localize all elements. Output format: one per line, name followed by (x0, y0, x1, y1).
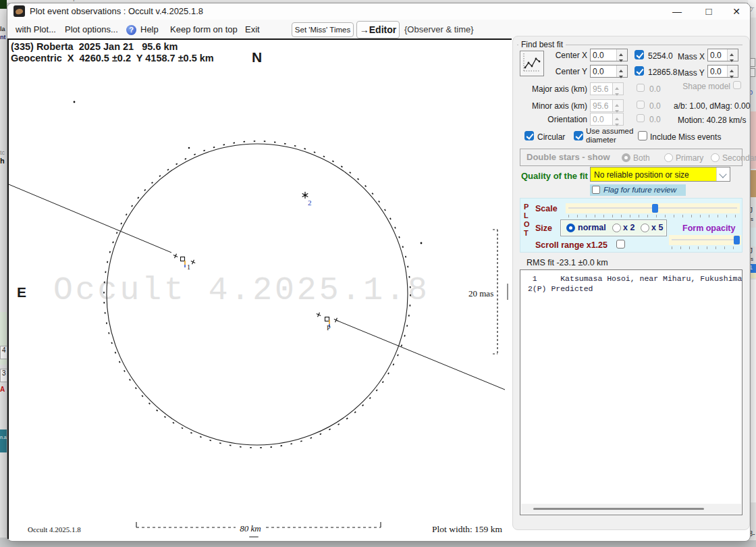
star-number-label: 2 (308, 199, 312, 207)
major-axis-label: Major axis (km) (520, 84, 587, 94)
orientation-fit-checkbox (637, 114, 645, 122)
find-best-fit-title: Find best fit (518, 40, 566, 49)
resize-grip[interactable] (249, 536, 259, 538)
form-opacity-label: Form opacity (682, 224, 736, 233)
title-bar[interactable]: Plot event observations : Occult v.4.202… (7, 3, 750, 20)
background-text: A (0, 386, 5, 393)
mass-y-value[interactable]: 0.0 (708, 66, 727, 77)
close-button[interactable]: ✕ (725, 4, 748, 19)
center-x-spinner[interactable] (616, 49, 627, 61)
double-stars-both-radio (622, 153, 630, 162)
center-x-input[interactable]: 0.0 (590, 49, 628, 61)
chord-2-label: P (327, 324, 331, 332)
size-x5-label: x 5 (651, 223, 663, 232)
size-normal-radio[interactable] (566, 224, 575, 232)
chord-1-markers (172, 253, 196, 267)
menu-with-plot[interactable]: with Plot... (16, 24, 56, 34)
horizontal-scrollbar[interactable] (521, 504, 741, 514)
major-fit-checkbox (637, 84, 645, 92)
find-best-fit-button[interactable] (520, 51, 544, 76)
use-assumed-line2: diameter (586, 136, 616, 144)
size-normal-label: normal (578, 223, 606, 232)
menu-help[interactable]: Help (140, 24, 159, 34)
quality-dropdown[interactable]: No reliable position or size (590, 167, 730, 182)
flag-review-label: Flag for future review (603, 186, 676, 194)
mas-scale-label: 20 mas (468, 288, 493, 298)
set-miss-times-button[interactable]: Set 'Miss' Times (292, 22, 354, 37)
minor-fit-value: 0.0 (649, 101, 661, 111)
size-x5-radio[interactable] (641, 224, 649, 232)
fit-y-checkbox[interactable] (634, 66, 644, 76)
circular-checkbox[interactable] (524, 131, 534, 140)
plot-canvas[interactable]: (335) Roberta 2025 Jan 21 95.6 km Geocen… (7, 40, 506, 539)
orientation-label: Orientation (520, 115, 587, 124)
double-stars-group: Double stars - show Both Primary Seconda… (520, 149, 742, 166)
editor-button[interactable]: →Editor (356, 21, 400, 38)
scale-slider-thumb[interactable] (652, 204, 658, 213)
fit-x-value: 5254.0 (648, 51, 673, 61)
orientation-fit-value: 0.0 (649, 115, 661, 124)
mass-x-value[interactable]: 0.0 (708, 49, 727, 61)
major-axis-value: 95.6 (591, 83, 612, 95)
minimize-button[interactable]: — (666, 4, 688, 19)
km-scale-label: 80 km (240, 523, 261, 533)
scale-slider[interactable] (566, 203, 740, 213)
use-assumed-checkbox[interactable] (574, 131, 583, 140)
background-text: s (751, 216, 753, 222)
splitter-handle[interactable] (507, 284, 508, 300)
opacity-slider-thumb[interactable] (734, 236, 740, 244)
minor-fit-checkbox (637, 101, 645, 109)
control-panel: Find best fit Center X 0.0 5254.0 Mass X… (512, 36, 750, 530)
motion-label: Motion: 40.28 km/s (678, 115, 746, 125)
menu-exit[interactable]: Exit (245, 24, 260, 34)
chevron-down-icon[interactable] (716, 167, 730, 181)
app-asteroid-icon[interactable] (14, 5, 25, 17)
orientation-input: 0.0 (590, 113, 624, 126)
window-title: Plot event observations : Occult v.4.202… (30, 6, 203, 16)
center-y-spinner[interactable] (616, 66, 627, 77)
plot-letter-l: L (524, 211, 529, 219)
mass-x-spinner[interactable] (727, 49, 738, 61)
plot-letter-o: O (524, 220, 530, 228)
help-icon[interactable]: ? (126, 25, 136, 35)
quality-label: Quality of the fit (521, 171, 588, 181)
center-y-value[interactable]: 0.0 (591, 66, 616, 77)
center-y-label: Center Y (547, 67, 587, 76)
field-stars (74, 101, 423, 244)
scale-slider-ticks (568, 215, 738, 217)
fit-y-value: 12865.8 (648, 68, 677, 77)
minor-axis-spinner (612, 100, 623, 111)
double-stars-label: Double stars - show (526, 152, 610, 162)
asteroid-circle (104, 141, 410, 448)
scrollbar-thumb[interactable] (533, 508, 704, 510)
flag-review-checkbox[interactable] (592, 186, 600, 194)
shape-model-checkbox (733, 81, 741, 89)
mass-y-spinner[interactable] (727, 66, 738, 77)
background-text: la (0, 26, 5, 32)
plot-letter-t: T (524, 229, 529, 237)
background-cell: 4 (0, 346, 7, 359)
major-axis-spinner (612, 83, 623, 95)
mass-x-label: Mass X (678, 52, 705, 61)
center-y-input[interactable]: 0.0 (590, 65, 628, 78)
double-stars-primary-radio (664, 153, 673, 162)
menu-plot-options[interactable]: Plot options... (65, 24, 118, 34)
chord-1-label: 1 (187, 263, 190, 271)
occultation-plot: 1 P 2 (9, 40, 506, 539)
scroll-range-checkbox[interactable] (616, 240, 625, 249)
maximize-button[interactable]: □ (697, 4, 720, 19)
mass-x-input[interactable]: 0.0 (707, 49, 738, 61)
menu-keep-form-on-top[interactable]: Keep form on top (170, 24, 238, 34)
size-x2-radio[interactable] (612, 224, 621, 232)
mass-y-input[interactable]: 0.0 (707, 65, 738, 78)
opacity-slider[interactable] (669, 235, 741, 245)
chart-icon (520, 51, 542, 74)
observer-row[interactable]: 1 Katsumasa Hosoi, near Miharu, Fukushim… (523, 274, 742, 283)
center-x-value[interactable]: 0.0 (591, 49, 616, 61)
use-assumed-label: Use assumed diameter (586, 127, 633, 145)
include-miss-checkbox[interactable] (638, 131, 647, 140)
observers-listbox[interactable]: 1 Katsumasa Hosoi, near Miharu, Fukushim… (520, 269, 742, 515)
fit-x-checkbox[interactable] (634, 50, 644, 59)
observer-row[interactable]: 2(P) Predicted (523, 284, 593, 293)
mass-y-label: Mass Y (678, 68, 705, 78)
